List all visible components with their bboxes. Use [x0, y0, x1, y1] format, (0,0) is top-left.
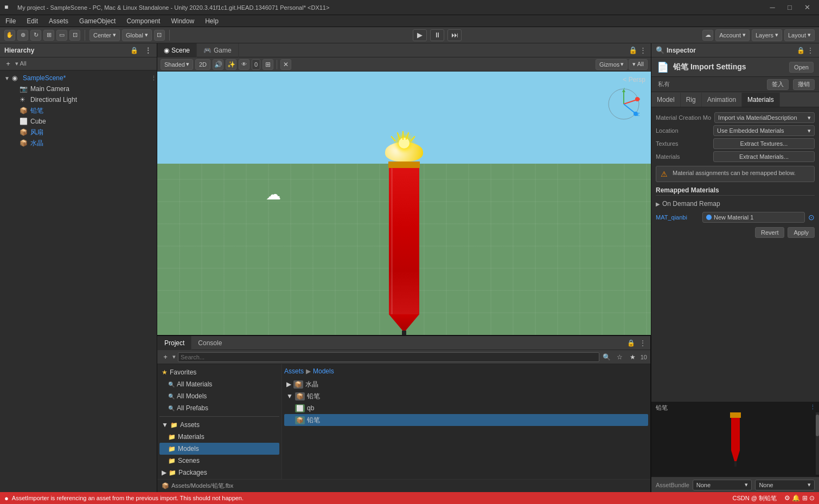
global-button[interactable]: Global ▾ [122, 29, 152, 41]
favorites-item[interactable]: ★ Favorites [159, 366, 279, 378]
all-dropdown[interactable]: ▾ All [629, 59, 648, 70]
all-prefabs-item[interactable]: 🔍 All Prefabs [159, 402, 279, 414]
assets-item[interactable]: ▼ 📁 Assets [159, 419, 279, 431]
account-button[interactable]: Account ▾ [715, 29, 750, 41]
hierarchy-dots-icon[interactable]: ⋮ [144, 46, 152, 55]
hierarchy-crystal-item[interactable]: 📦 水晶 [0, 138, 157, 148]
breadcrumb-assets[interactable]: Assets [284, 367, 304, 375]
project-star-icon[interactable]: ★ [628, 352, 638, 363]
assetbundle-dropdown-1[interactable]: None ▾ [693, 480, 752, 490]
bottom-panels: Project Console 🔒 ⋮ + ▾ 🔍 ☆ [157, 335, 651, 492]
scene-dots-icon[interactable]: ⋮ [638, 45, 648, 55]
close-button[interactable]: ✕ [799, 2, 815, 13]
apply-button[interactable]: Apply [788, 227, 815, 238]
project-fav-icon[interactable]: ☆ [615, 352, 625, 363]
breadcrumb-models[interactable]: Models [313, 367, 334, 375]
hierarchy-add-button[interactable]: + [3, 59, 13, 69]
assetbundle-dropdown-2[interactable]: None ▾ [755, 480, 815, 490]
file-pencil[interactable]: 📦 铅笔 [284, 414, 648, 426]
all-models-icon: 🔍 [168, 393, 175, 399]
scene-tab-scene[interactable]: ◉ Scene [157, 43, 197, 57]
minimize-button[interactable]: ─ [765, 2, 780, 13]
inspector-lock-icon[interactable]: 🔒 [796, 46, 806, 55]
all-materials-item[interactable]: 🔍 All Materials [159, 378, 279, 390]
tab-model[interactable]: Model [651, 93, 681, 107]
project-dots-icon[interactable]: ⋮ [638, 338, 647, 348]
layers-button[interactable]: Layers ▾ [752, 29, 782, 41]
step-button[interactable]: ⏭ [447, 29, 462, 41]
center-button[interactable]: Center ▾ [89, 29, 120, 41]
scene-lock-icon[interactable]: 🔒 [628, 45, 638, 55]
sign-button[interactable]: 签入 [767, 79, 789, 90]
cancel-button[interactable]: 撤销 [793, 79, 815, 90]
location-dropdown[interactable]: Use Embedded Materials ▾ [713, 125, 815, 136]
material-creation-dropdown[interactable]: Import via MaterialDescription ▾ [714, 112, 815, 123]
models-item[interactable]: 📁 Models [159, 443, 279, 455]
preview-scroll-thumb[interactable] [816, 415, 819, 436]
menu-file[interactable]: File [3, 16, 18, 26]
scale-tool-button[interactable]: ⊞ [43, 30, 54, 41]
hierarchy-cube-item[interactable]: ⬜ Cube [0, 116, 157, 127]
packages-item[interactable]: ▶ 📁 Packages [159, 467, 279, 479]
scene-grid-icon[interactable]: ⊞ [263, 59, 273, 70]
scene-menu-icon[interactable]: ⋮ [151, 75, 157, 82]
project-lock-icon[interactable]: 🔒 [626, 338, 636, 348]
scenes-item[interactable]: 📁 Scenes [159, 455, 279, 467]
mat-value-field[interactable]: New Material 1 [702, 212, 805, 223]
cloud-button[interactable]: ☁ [702, 30, 713, 41]
hierarchy-fan-item[interactable]: 📦 风扇 [0, 127, 157, 138]
menu-window[interactable]: Window [169, 16, 196, 26]
hierarchy-pencil-item[interactable]: 📦 铅笔 [0, 105, 157, 116]
tab-materials[interactable]: Materials [742, 93, 780, 107]
twod-button[interactable]: 2D [195, 59, 210, 70]
scene-viewport[interactable]: < Persp Y X Z [157, 72, 651, 335]
preview-settings-icon[interactable]: ⋮ [810, 404, 816, 411]
open-button[interactable]: Open [789, 62, 814, 73]
extract-textures-button[interactable]: Extract Textures... [713, 138, 815, 149]
maximize-button[interactable]: □ [782, 2, 797, 13]
transform-tool-button[interactable]: ⊡ [69, 30, 80, 41]
rect-tool-button[interactable]: ▭ [56, 30, 67, 41]
layout-button[interactable]: Layout ▾ [784, 29, 815, 41]
move-tool-button[interactable]: ⊕ [17, 30, 28, 41]
file-crystal[interactable]: ▶ 📦 水晶 [284, 378, 648, 390]
console-tab[interactable]: Console [191, 336, 228, 350]
project-search-icon[interactable]: 🔍 [602, 352, 612, 363]
menu-assets[interactable]: Assets [47, 16, 71, 26]
toolbar-icon-extra[interactable]: ⊡ [154, 30, 165, 41]
project-add-button[interactable]: + [161, 352, 170, 362]
file-pencil-folder[interactable]: ▼ 📦 铅笔 [284, 390, 648, 402]
mat-pick-button[interactable]: ⊙ [808, 213, 815, 222]
materials-item[interactable]: 📁 Materials [159, 431, 279, 443]
hierarchy-scene-item[interactable]: ▼ ◉ SampleScene* ⋮ [0, 73, 157, 83]
tab-animation[interactable]: Animation [702, 93, 742, 107]
window-controls[interactable]: ─ □ ✕ [765, 2, 815, 13]
project-search-input[interactable] [178, 352, 599, 362]
scene-vis-icon[interactable]: 👁 [239, 59, 249, 70]
menu-component[interactable]: Component [124, 16, 162, 26]
menu-gameobject[interactable]: GameObject [77, 16, 118, 26]
revert-button[interactable]: Revert [755, 227, 784, 238]
project-tab[interactable]: Project [157, 336, 191, 350]
hierarchy-lock-icon[interactable]: 🔒 [129, 46, 139, 55]
all-models-item[interactable]: 🔍 All Models [159, 390, 279, 402]
extract-materials-button[interactable]: Extract Materials... [713, 151, 815, 162]
play-button[interactable]: ▶ [413, 29, 427, 41]
hierarchy-light-item[interactable]: ☀ Directional Light [0, 94, 157, 105]
gizmos-dropdown[interactable]: Gizmos ▾ [596, 59, 628, 70]
scene-fx-icon[interactable]: ✨ [226, 59, 236, 70]
scene-tab-game[interactable]: 🎮 Game [197, 43, 239, 57]
hierarchy-camera-item[interactable]: 📷 Main Camera [0, 83, 157, 94]
menu-help[interactable]: Help [203, 16, 221, 26]
scene-move-icon[interactable]: ✕ [280, 59, 291, 70]
pause-button[interactable]: ⏸ [430, 29, 444, 41]
on-demand-section[interactable]: ▶ On Demand Remap [656, 198, 815, 210]
rotate-tool-button[interactable]: ↻ [30, 30, 41, 41]
scene-audio-icon[interactable]: 🔊 [213, 59, 223, 70]
file-qb[interactable]: ⬜ qb [284, 402, 648, 414]
shaded-dropdown[interactable]: Shaded ▾ [161, 59, 193, 70]
tab-rig[interactable]: Rig [681, 93, 702, 107]
inspector-dots-icon[interactable]: ⋮ [806, 46, 815, 55]
menu-edit[interactable]: Edit [24, 16, 40, 26]
hand-tool-button[interactable]: ✋ [4, 30, 15, 41]
